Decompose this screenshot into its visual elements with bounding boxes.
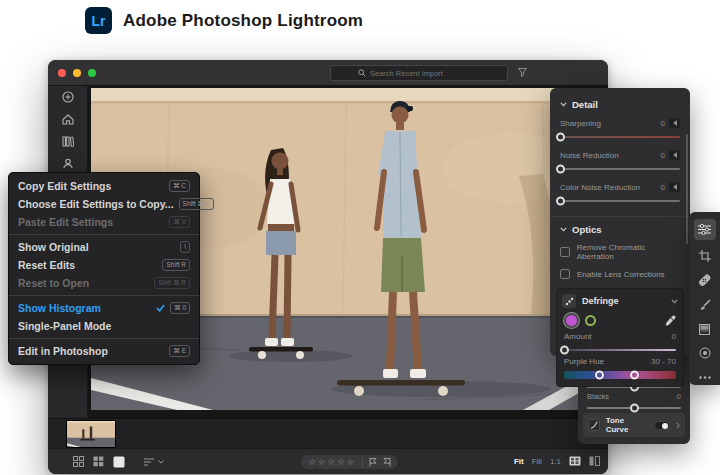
minimize-window-button[interactable] bbox=[73, 69, 81, 77]
zoom-fill-button[interactable]: Fill bbox=[532, 457, 542, 466]
menu-item-label: Show Original bbox=[18, 241, 175, 253]
checkbox-label: Enable Lens Corrections bbox=[577, 270, 665, 279]
zoom-fit-button[interactable]: Fit bbox=[514, 457, 524, 466]
people-button[interactable] bbox=[48, 152, 88, 174]
detail-navigator-icon[interactable] bbox=[569, 456, 581, 466]
chevron-down-icon bbox=[158, 460, 164, 464]
panel-scrollbar[interactable] bbox=[686, 134, 688, 244]
zoom-1-1-button[interactable]: 1:1 bbox=[550, 457, 561, 466]
menu-shortcut: ⌘ E bbox=[169, 345, 190, 356]
checkbox-label: Remove Chromatic Aberration bbox=[577, 243, 680, 261]
pick-flag-icon[interactable] bbox=[369, 458, 377, 467]
edit-sliders-icon bbox=[698, 224, 711, 235]
chevron-down-icon bbox=[560, 102, 567, 107]
purple-hue-label: Purple Hue bbox=[564, 357, 651, 366]
edit-sliders-tool[interactable] bbox=[694, 219, 716, 240]
my-photos-button[interactable] bbox=[48, 130, 88, 152]
amount-value: 0 bbox=[672, 332, 676, 341]
add-photos-button[interactable] bbox=[48, 86, 88, 108]
blacks-slider[interactable] bbox=[587, 407, 681, 409]
slider-value: 0 bbox=[661, 183, 665, 192]
filmstrip bbox=[48, 418, 608, 448]
purple-hue-low-knob[interactable] bbox=[595, 371, 604, 380]
edit-settings-panel: Detail Sharpening 0 Noise Reduction 0 Co… bbox=[550, 88, 690, 356]
menu-item-label: Show Histogram bbox=[18, 302, 151, 314]
enable-lens-corrections-checkbox[interactable] bbox=[560, 269, 570, 279]
menu-item-copy-edit-settings[interactable]: Copy Edit Settings ⌘ C bbox=[9, 177, 199, 195]
defringe-panel: Defringe Amount 0 Purple Hue 30 bbox=[556, 288, 684, 387]
defringe-header[interactable]: Defringe bbox=[562, 294, 678, 308]
before-after-icon[interactable] bbox=[589, 456, 600, 466]
filmstrip-thumbnail[interactable] bbox=[66, 420, 116, 448]
more-icon bbox=[699, 376, 711, 379]
star-rating[interactable]: ☆☆☆☆☆ bbox=[308, 458, 356, 467]
healing-brush-tool[interactable] bbox=[694, 273, 716, 288]
menu-item-reset-edits[interactable]: Reset Edits Shift R bbox=[9, 256, 199, 274]
radial-gradient-tool[interactable] bbox=[694, 346, 716, 361]
menu-item-show-original[interactable]: Show Original \ bbox=[9, 238, 199, 256]
remove-chromatic-aberration-checkbox[interactable] bbox=[560, 247, 570, 257]
defringe-icon bbox=[562, 294, 576, 308]
single-photo-view-button[interactable] bbox=[112, 455, 125, 468]
menu-shortcut: ⌘ C bbox=[169, 180, 190, 191]
green-fringe-swatch[interactable] bbox=[585, 315, 596, 326]
menu-item-label: Paste Edit Settings bbox=[18, 216, 164, 228]
crop-rotate-tool[interactable] bbox=[694, 249, 716, 264]
search-input[interactable] bbox=[370, 69, 480, 78]
brush-icon bbox=[699, 299, 711, 311]
page: Lr Adobe Photoshop Lightroom bbox=[0, 0, 720, 475]
menu-item-show-histogram[interactable]: Show Histogram ⌘ 0 bbox=[9, 299, 199, 317]
color-noise-reduction-slider[interactable] bbox=[560, 200, 680, 202]
purple-hue-slider[interactable] bbox=[564, 371, 676, 379]
amount-label: Amount bbox=[564, 332, 672, 341]
section-title: Optics bbox=[572, 224, 602, 235]
eyedropper-icon[interactable] bbox=[665, 315, 676, 326]
sort-button[interactable] bbox=[144, 458, 164, 466]
purple-fringe-swatch[interactable] bbox=[566, 315, 577, 326]
detail-section-header[interactable]: Detail bbox=[550, 94, 690, 114]
photo-grid-view-button[interactable] bbox=[72, 455, 85, 468]
search-box[interactable] bbox=[330, 65, 508, 81]
my-photos-icon bbox=[62, 136, 74, 147]
defringe-title: Defringe bbox=[582, 296, 665, 306]
menu-item-choose-edit-settings[interactable]: Choose Edit Settings to Copy... Shift ⌘ … bbox=[9, 195, 199, 213]
reject-flag-icon[interactable] bbox=[383, 458, 391, 467]
slider-value: 0 bbox=[661, 151, 665, 160]
healing-brush-icon bbox=[698, 274, 711, 287]
more-tools-button[interactable] bbox=[694, 370, 716, 385]
slider-expand-icon[interactable] bbox=[669, 118, 680, 128]
remove-chromatic-aberration-row: Remove Chromatic Aberration bbox=[550, 239, 690, 265]
noise-reduction-slider[interactable] bbox=[560, 168, 680, 170]
brush-tool[interactable] bbox=[694, 297, 716, 312]
menu-item-single-panel-mode[interactable]: Single-Panel Mode bbox=[9, 317, 199, 335]
menu-shortcut: Shift R bbox=[162, 259, 190, 270]
menu-item-reset-to-open: Reset to Open Shift ⌘ R bbox=[9, 274, 199, 292]
slider-color-noise-reduction: Color Noise Reduction 0 bbox=[550, 178, 690, 210]
slider-expand-icon[interactable] bbox=[669, 150, 680, 160]
radial-gradient-icon bbox=[699, 347, 711, 359]
menu-item-label: Single-Panel Mode bbox=[18, 320, 190, 332]
close-window-button[interactable] bbox=[58, 69, 66, 77]
defringe-amount-slider[interactable] bbox=[564, 349, 676, 351]
tone-curve-toggle[interactable] bbox=[654, 421, 671, 430]
home-button[interactable] bbox=[48, 108, 88, 130]
slider-expand-icon[interactable] bbox=[669, 182, 680, 192]
menu-item-label: Edit in Photoshop bbox=[18, 345, 164, 357]
menu-shortcut: Shift ⌘ C bbox=[179, 198, 215, 209]
slider-label: Sharpening bbox=[560, 119, 657, 128]
filter-icon[interactable] bbox=[518, 68, 527, 77]
optics-section-header[interactable]: Optics bbox=[550, 219, 690, 239]
window-titlebar bbox=[48, 60, 608, 86]
purple-hue-high-knob[interactable] bbox=[630, 371, 639, 380]
square-grid-view-button[interactable] bbox=[92, 455, 105, 468]
menu-shortcut: ⌘ 0 bbox=[170, 302, 190, 313]
sharpening-slider[interactable] bbox=[560, 136, 680, 138]
linear-gradient-tool[interactable] bbox=[694, 321, 716, 336]
home-icon bbox=[62, 114, 74, 125]
zoom-window-button[interactable] bbox=[88, 69, 96, 77]
tone-curve-row[interactable]: Tone Curve bbox=[583, 413, 685, 437]
people-icon bbox=[62, 158, 74, 169]
search-icon bbox=[358, 69, 366, 77]
menu-item-label: Reset Edits bbox=[18, 259, 157, 271]
menu-item-edit-in-photoshop[interactable]: Edit in Photoshop ⌘ E bbox=[9, 342, 199, 360]
